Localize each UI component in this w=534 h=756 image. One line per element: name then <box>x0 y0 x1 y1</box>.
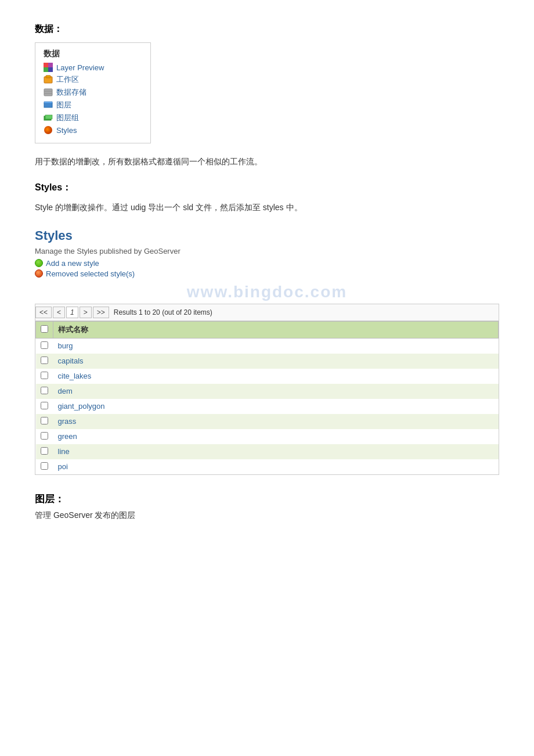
layer-preview-icon <box>44 63 53 72</box>
nav-item-layergroup[interactable]: 图层组 <box>44 113 142 123</box>
data-section: 数据： 数据 Layer Preview工作区数据存储图层图层组Styles 用… <box>35 23 499 168</box>
row-checkbox-cell-1 <box>36 354 53 369</box>
row-checkbox-cell-6 <box>36 429 53 444</box>
style-name-link-4[interactable]: giant_polygon <box>58 402 105 411</box>
row-checkbox-cell-5 <box>36 414 53 429</box>
pagination-last[interactable]: >> <box>93 307 109 318</box>
nav-item-layer[interactable]: 图层 <box>44 100 142 110</box>
add-icon <box>35 259 43 267</box>
nav-item-workspace[interactable]: 工作区 <box>44 74 142 85</box>
svg-rect-2 <box>48 63 53 67</box>
style-name-cell-5: grass <box>53 414 499 429</box>
data-heading: 数据： <box>35 23 499 35</box>
nav-item-styles[interactable]: Styles <box>44 125 142 135</box>
row-checkbox-cell-3 <box>36 384 53 399</box>
svg-rect-3 <box>44 67 48 72</box>
select-all-checkbox[interactable] <box>41 325 48 333</box>
style-name-link-5[interactable]: grass <box>58 417 77 426</box>
row-checkbox-4[interactable] <box>41 402 48 409</box>
style-name-link-0[interactable]: burg <box>58 341 73 350</box>
svg-rect-1 <box>48 67 53 72</box>
row-checkbox-3[interactable] <box>41 387 48 394</box>
nav-item-label-datastore: 数据存储 <box>56 87 86 98</box>
pagination-current[interactable]: 1 <box>66 307 78 318</box>
layers-heading: 图层： <box>35 492 499 506</box>
style-name-cell-7: line <box>53 444 499 459</box>
nav-item-label-workspace: 工作区 <box>56 74 79 85</box>
style-name-link-7[interactable]: line <box>58 447 70 456</box>
style-name-link-3[interactable]: dem <box>58 387 73 395</box>
styles-label-section: Styles： Style 的增删改操作。通过 udig 导出一个 sld 文件… <box>35 182 499 214</box>
style-name-cell-3: dem <box>53 384 499 399</box>
svg-rect-12 <box>45 115 52 119</box>
style-name-cell-4: giant_polygon <box>53 399 499 414</box>
pagination-first[interactable]: << <box>35 307 52 318</box>
row-checkbox-0[interactable] <box>41 341 48 349</box>
pagination-wrap: << < 1 > >> Results 1 to 20 (out of 20 i… <box>35 304 499 321</box>
data-nav-box: 数据 Layer Preview工作区数据存储图层图层组Styles <box>35 42 151 143</box>
table-row: line <box>36 444 499 459</box>
workspace-icon <box>44 75 53 84</box>
pagination-prev[interactable]: < <box>53 307 65 318</box>
style-name-cell-8: poi <box>53 459 499 474</box>
style-name-link-2[interactable]: cite_lakes <box>58 372 92 380</box>
nav-item-label-layergroup: 图层组 <box>56 113 79 123</box>
row-checkbox-cell-2 <box>36 369 53 384</box>
row-checkbox-8[interactable] <box>41 462 48 470</box>
nav-box-title: 数据 <box>44 49 142 59</box>
style-name-cell-6: green <box>53 429 499 444</box>
layer-icon <box>44 100 53 110</box>
nav-item-label-layer: 图层 <box>56 100 71 110</box>
layergroup-icon <box>44 113 53 123</box>
layers-section: 图层： 管理 GeoServer 发布的图层 <box>35 492 499 521</box>
nav-item-datastore[interactable]: 数据存储 <box>44 87 142 98</box>
styles-icon <box>44 125 53 135</box>
table-name-header: 样式名称 <box>53 321 499 338</box>
table-row: green <box>36 429 499 444</box>
row-checkbox-5[interactable] <box>41 417 48 424</box>
styles-description: Style 的增删改操作。通过 udig 导出一个 sld 文件，然后添加至 s… <box>35 201 499 214</box>
row-checkbox-cell-4 <box>36 399 53 414</box>
row-checkbox-cell-8 <box>36 459 53 474</box>
style-name-cell-1: capitals <box>53 354 499 369</box>
layers-desc: 管理 GeoServer 发布的图层 <box>35 510 499 521</box>
data-description: 用于数据的增删改，所有数据格式都遵循同一个相似的工作流。 <box>35 155 499 168</box>
row-checkbox-cell-7 <box>36 444 53 459</box>
table-row: dem <box>36 384 499 399</box>
watermark: www.bingdoc.com <box>35 283 499 301</box>
table-row: poi <box>36 459 499 474</box>
add-style-link[interactable]: Add a new style <box>35 259 499 268</box>
row-checkbox-6[interactable] <box>41 432 48 440</box>
row-checkbox-2[interactable] <box>41 372 48 379</box>
styles-panel: Styles Manage the Styles published by Ge… <box>35 228 499 475</box>
style-name-cell-0: burg <box>53 338 499 354</box>
remove-icon <box>35 269 43 278</box>
row-checkbox-cell-0 <box>36 338 53 354</box>
styles-table: 样式名称 burgcapitalscite_lakesdemgiant_poly… <box>35 321 499 474</box>
nav-item-label-layer-preview: Layer Preview <box>56 63 104 72</box>
pagination-info: Results 1 to 20 (out of 20 items) <box>114 308 212 316</box>
style-name-link-6[interactable]: green <box>58 432 77 441</box>
row-checkbox-7[interactable] <box>41 447 48 455</box>
svg-rect-6 <box>44 89 52 96</box>
pagination-next[interactable]: > <box>80 307 92 318</box>
styles-table-wrap: << < 1 > >> Results 1 to 20 (out of 20 i… <box>35 304 499 475</box>
nav-item-layer-preview[interactable]: Layer Preview <box>44 63 142 72</box>
svg-point-13 <box>44 126 52 134</box>
pagination-row: << < 1 > >> Results 1 to 20 (out of 20 i… <box>35 307 499 318</box>
datastore-icon <box>44 88 53 97</box>
styles-panel-title: Styles <box>35 228 499 243</box>
style-name-cell-2: cite_lakes <box>53 369 499 384</box>
svg-rect-0 <box>44 63 48 67</box>
remove-style-link[interactable]: Removed selected style(s) <box>35 269 499 278</box>
style-name-link-8[interactable]: poi <box>58 462 68 471</box>
table-checkbox-header <box>36 321 53 338</box>
table-row: capitals <box>36 354 499 369</box>
table-row: cite_lakes <box>36 369 499 384</box>
style-name-link-1[interactable]: capitals <box>58 357 84 365</box>
svg-rect-5 <box>46 75 50 78</box>
svg-rect-10 <box>44 102 52 103</box>
table-row: giant_polygon <box>36 399 499 414</box>
row-checkbox-1[interactable] <box>41 357 48 364</box>
styles-panel-subtitle: Manage the Styles published by GeoServer <box>35 247 499 255</box>
